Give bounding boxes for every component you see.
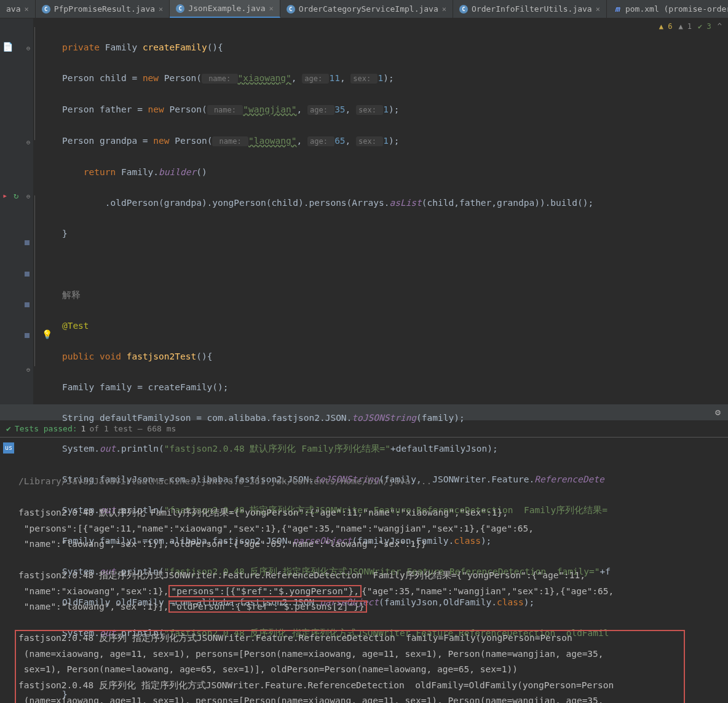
command-line: /Library/Java/JavaVirtualMachines/jdk1.8… bbox=[18, 474, 722, 490]
highlight-box: "persons":[{"$ref":"$.yongPerson"}, bbox=[168, 585, 362, 597]
breakpoint-icon[interactable] bbox=[25, 240, 30, 245]
close-icon[interactable]: × bbox=[442, 5, 446, 14]
code-editor[interactable]: 📄 ⊖ ⊖ ▸ ↻ ⊖ ⊖ 💡 private Family createFam… bbox=[0, 18, 728, 404]
maven-icon: m bbox=[613, 5, 622, 14]
tab-pfp[interactable]: CPfpPromiseResult.java× bbox=[36, 0, 170, 18]
rerun-icon[interactable]: ↻ bbox=[14, 190, 18, 200]
java-class-icon: C bbox=[287, 5, 295, 14]
gutter[interactable]: 📄 ⊖ ⊖ ▸ ↻ ⊖ ⊖ bbox=[0, 18, 33, 404]
code-area[interactable]: private Family createFamily(){ Person ch… bbox=[33, 18, 611, 404]
editor-tabs: ava× CPfpPromiseResult.java× CJsonExampl… bbox=[0, 0, 728, 18]
method-icon: 📄 bbox=[2, 42, 13, 52]
highlight-box bbox=[15, 630, 685, 703]
java-class-icon: C bbox=[42, 5, 50, 14]
fold-icon[interactable]: ⊖ bbox=[26, 45, 30, 52]
checkmark-icon: ✔ bbox=[6, 424, 11, 433]
java-class-icon: C bbox=[459, 5, 468, 14]
tab-ava[interactable]: ava× bbox=[0, 0, 36, 18]
close-icon[interactable]: × bbox=[159, 5, 163, 14]
tab-jsonexample[interactable]: CJsonExample.java× bbox=[170, 0, 280, 18]
bulb-icon[interactable]: 💡 bbox=[42, 329, 52, 339]
tab-pom[interactable]: mpom.xml (promise-ordermarking bbox=[607, 0, 728, 18]
fold-icon[interactable]: ⊖ bbox=[26, 193, 30, 200]
close-icon[interactable]: × bbox=[269, 4, 274, 13]
console-line: fastjson2.0.48 指定序列化方式JSONWriter.Feature… bbox=[18, 568, 722, 615]
close-icon[interactable]: × bbox=[24, 5, 28, 14]
breakpoint-icon[interactable] bbox=[25, 272, 30, 277]
structure-guide bbox=[34, 27, 35, 140]
java-class-icon: C bbox=[176, 4, 184, 13]
console-line: fastjson2.0.48 默认序列化 Family序列化结果={"yongP… bbox=[18, 505, 722, 552]
console-output[interactable]: us /Library/Java/JavaVirtualMachines/jdk… bbox=[0, 438, 728, 703]
run-icon[interactable]: ▸ bbox=[2, 190, 7, 200]
tab-ordercat[interactable]: COrderCategoryServiceImpl.java× bbox=[280, 0, 453, 18]
fold-icon[interactable]: ⊖ bbox=[26, 366, 30, 373]
breakpoint-icon[interactable] bbox=[25, 302, 30, 307]
fold-icon[interactable]: ⊖ bbox=[26, 139, 30, 146]
close-icon[interactable]: × bbox=[596, 5, 600, 14]
console-tab-icon[interactable]: us bbox=[3, 442, 14, 454]
structure-guide bbox=[34, 195, 35, 366]
tab-orderinfo[interactable]: COrderInfoFilterUtils.java× bbox=[453, 0, 607, 18]
highlight-box: "oldPerson":{"$ref":"$.persons[2]"}} bbox=[168, 600, 366, 613]
breakpoint-icon[interactable] bbox=[25, 333, 30, 338]
gear-icon[interactable]: ⚙ bbox=[715, 407, 721, 418]
